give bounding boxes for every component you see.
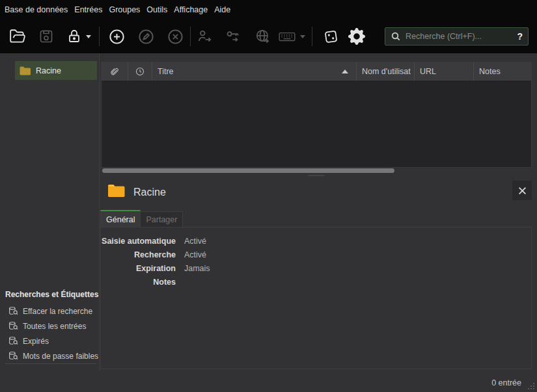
lock-dropdown-caret[interactable] bbox=[86, 35, 91, 38]
field-value: Activé bbox=[184, 237, 206, 246]
search-item-clear[interactable]: Effacer la recherche bbox=[0, 304, 99, 319]
database-search-icon bbox=[8, 306, 18, 316]
menu-entries[interactable]: Entrées bbox=[71, 5, 105, 14]
separator-line bbox=[5, 363, 96, 364]
scrollbar-handle[interactable] bbox=[102, 168, 394, 173]
group-panel: Racine Recherches et Étiquettes Effacer … bbox=[0, 53, 100, 371]
tab-general[interactable]: Général bbox=[100, 210, 141, 228]
password-generator-icon[interactable] bbox=[323, 29, 339, 45]
column-url-label: URL bbox=[420, 67, 436, 76]
search-help-button[interactable]: ? bbox=[517, 31, 523, 42]
autotype-username-icon bbox=[196, 28, 213, 45]
autotype-password-icon bbox=[225, 28, 241, 45]
detail-title: Racine bbox=[133, 187, 166, 198]
autotype-dropdown-caret bbox=[300, 35, 305, 38]
detail-tabs: Général Partager bbox=[100, 210, 183, 228]
horizontal-scrollbar[interactable] bbox=[101, 167, 532, 175]
close-detail-button[interactable] bbox=[512, 181, 532, 200]
save-database-icon bbox=[38, 29, 54, 44]
clock-icon bbox=[135, 67, 145, 76]
field-value: Jamais bbox=[184, 264, 210, 273]
search-box[interactable]: ? bbox=[385, 27, 529, 46]
add-entry-icon[interactable] bbox=[108, 28, 126, 46]
column-username[interactable]: Nom d'utilisat bbox=[357, 62, 415, 81]
menu-groups[interactable]: Groupes bbox=[105, 5, 143, 14]
field-value: Activé bbox=[184, 250, 206, 259]
search-icon bbox=[391, 31, 401, 42]
folder-icon bbox=[20, 66, 31, 75]
column-title[interactable]: Titre bbox=[152, 62, 357, 81]
menu-view[interactable]: Affichage bbox=[171, 5, 211, 14]
column-attachments[interactable] bbox=[102, 62, 128, 81]
database-search-icon bbox=[8, 351, 18, 361]
settings-gear-icon[interactable] bbox=[348, 28, 365, 45]
search-list: Effacer la recherche Toutes les entrées … bbox=[0, 304, 99, 363]
search-item-label: Effacer la recherche bbox=[23, 307, 92, 316]
gear-glyph bbox=[348, 28, 365, 45]
field-autotype: Saisie automatique Activé bbox=[101, 234, 531, 248]
column-notes[interactable]: Notes bbox=[474, 62, 531, 81]
sort-ascending-icon bbox=[342, 70, 348, 73]
search-input[interactable] bbox=[406, 32, 517, 41]
attachment-icon bbox=[110, 67, 119, 77]
detail-folder-icon bbox=[107, 183, 125, 201]
field-notes: Notes bbox=[101, 275, 531, 289]
column-title-label: Titre bbox=[158, 67, 174, 76]
open-database-icon[interactable] bbox=[9, 28, 26, 45]
toolbar-separator bbox=[190, 27, 191, 46]
column-expiry[interactable] bbox=[128, 62, 152, 81]
top-bar: Base de données Entrées Groupes Outils A… bbox=[0, 0, 537, 53]
group-item-root[interactable]: Racine bbox=[15, 61, 97, 80]
search-item-all-entries[interactable]: Toutes les entrées bbox=[0, 319, 99, 333]
search-item-label: Expirés bbox=[23, 337, 49, 346]
toolbar-separator bbox=[312, 27, 312, 46]
database-search-icon bbox=[8, 321, 18, 331]
menu-help[interactable]: Aide bbox=[211, 5, 234, 14]
field-label: Notes bbox=[101, 278, 176, 287]
search-item-label: Toutes les entrées bbox=[23, 322, 86, 331]
search-item-weak-passwords[interactable]: Mots de passe faibles bbox=[0, 348, 99, 363]
menu-bar: Base de données Entrées Groupes Outils A… bbox=[1, 0, 234, 20]
field-expiration: Expiration Jamais bbox=[101, 261, 531, 275]
field-label: Expiration bbox=[101, 264, 176, 273]
entry-table: Titre Nom d'utilisat URL Notes bbox=[101, 62, 532, 168]
field-label: Saisie automatique bbox=[101, 237, 176, 246]
column-notes-label: Notes bbox=[479, 67, 501, 76]
toolbar: ? bbox=[0, 20, 537, 53]
search-item-label: Mots de passe faibles bbox=[23, 352, 98, 361]
group-label: Racine bbox=[36, 66, 61, 75]
field-search: Recherche Activé bbox=[101, 248, 531, 261]
edit-entry-icon bbox=[137, 28, 155, 46]
column-url[interactable]: URL bbox=[415, 62, 474, 81]
perform-autotype-icon bbox=[278, 28, 296, 45]
field-label: Recherche bbox=[101, 250, 176, 259]
detail-pane: Saisie automatique Activé Recherche Acti… bbox=[100, 227, 532, 369]
menu-tools[interactable]: Outils bbox=[143, 5, 171, 14]
entry-count: 0 entrée bbox=[491, 378, 521, 387]
open-url-icon bbox=[255, 28, 271, 45]
column-username-label: Nom d'utilisat bbox=[362, 67, 411, 76]
toolbar-separator bbox=[99, 27, 100, 46]
searches-header: Recherches et Étiquettes bbox=[5, 290, 98, 299]
search-item-expired[interactable]: Expirés bbox=[0, 333, 99, 348]
tab-share[interactable]: Partager bbox=[141, 211, 183, 227]
database-search-icon bbox=[8, 336, 18, 346]
entry-table-header: Titre Nom d'utilisat URL Notes bbox=[102, 62, 531, 81]
splitter-handle[interactable] bbox=[308, 175, 325, 176]
lock-databases-icon[interactable] bbox=[66, 29, 82, 44]
close-icon bbox=[518, 187, 527, 195]
delete-entry-icon bbox=[167, 28, 184, 46]
menu-database[interactable]: Base de données bbox=[1, 5, 71, 14]
